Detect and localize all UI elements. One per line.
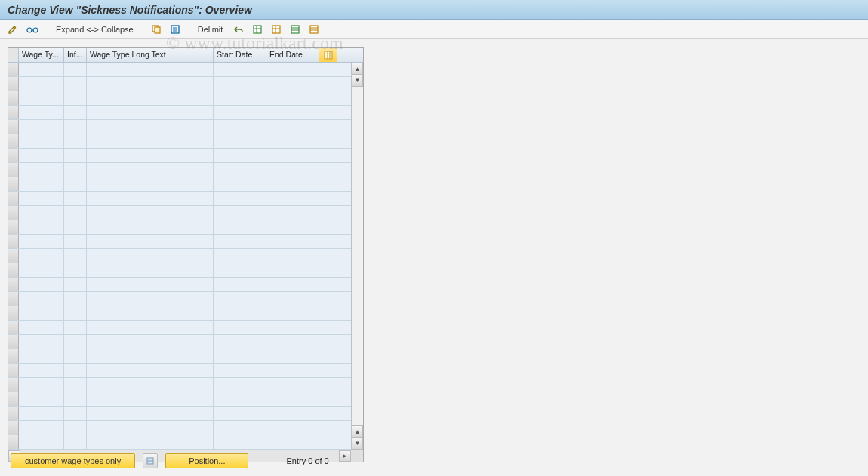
row-selector[interactable] [8,206,19,220]
cell-wage-type[interactable] [19,249,64,263]
cell-wage-type[interactable] [19,192,64,205]
row-selector[interactable] [8,220,19,234]
row-selector[interactable] [8,421,19,435]
cell-end-date[interactable] [266,77,319,91]
cell-long-text[interactable] [87,235,214,248]
table-row[interactable] [8,177,351,192]
delimit-button[interactable]: Delimit [192,22,229,37]
cell-long-text[interactable] [87,149,214,162]
cell-end-date[interactable] [266,163,319,177]
table-row[interactable] [8,435,351,450]
cell-long-text[interactable] [87,134,214,148]
cell-inf[interactable] [64,407,87,420]
cell-long-text[interactable] [87,77,214,91]
cell-wage-type[interactable] [19,278,64,291]
cell-inf[interactable] [64,435,87,449]
cell-long-text[interactable] [87,335,214,349]
cell-wage-type[interactable] [19,421,64,435]
cell-inf[interactable] [64,63,87,76]
copy-icon[interactable] [148,22,165,37]
cell-inf[interactable] [64,134,87,148]
table-row[interactable] [8,63,351,77]
cell-start-date[interactable] [214,407,266,420]
cell-start-date[interactable] [214,349,266,363]
cell-inf[interactable] [64,421,87,435]
cell-inf[interactable] [64,206,87,220]
table-row[interactable] [8,292,351,306]
select-all-header[interactable] [8,48,19,62]
configure-columns-icon[interactable] [319,48,337,62]
cell-end-date[interactable] [266,220,319,234]
table-icon-4[interactable] [306,22,322,37]
table-row[interactable] [8,407,351,421]
table-row[interactable] [8,349,351,364]
cell-long-text[interactable] [87,292,214,306]
cell-start-date[interactable] [214,364,266,377]
col-long-text[interactable]: Wage Type Long Text [87,48,214,62]
cell-wage-type[interactable] [19,349,64,363]
table-row[interactable] [8,106,351,120]
expand-collapse-button[interactable]: Expand <-> Collapse [51,22,139,37]
cell-wage-type[interactable] [19,235,64,248]
cell-wage-type[interactable] [19,206,64,220]
cell-end-date[interactable] [266,192,319,205]
cell-long-text[interactable] [87,249,214,263]
cell-end-date[interactable] [266,249,319,263]
cell-start-date[interactable] [214,335,266,349]
table-row[interactable] [8,321,351,335]
table-row[interactable] [8,149,351,163]
row-selector[interactable] [8,120,19,134]
cell-inf[interactable] [64,378,87,392]
cell-long-text[interactable] [87,163,214,177]
cell-start-date[interactable] [214,421,266,435]
cell-end-date[interactable] [266,120,319,134]
cell-inf[interactable] [64,392,87,406]
cell-wage-type[interactable] [19,407,64,420]
cell-end-date[interactable] [266,421,319,435]
table-row[interactable] [8,163,351,177]
cell-start-date[interactable] [214,134,266,148]
cell-long-text[interactable] [87,192,214,205]
cell-wage-type[interactable] [19,220,64,234]
cell-end-date[interactable] [266,91,319,105]
cell-inf[interactable] [64,278,87,291]
col-end-date[interactable]: End Date [266,48,319,62]
cell-inf[interactable] [64,292,87,306]
cell-end-date[interactable] [266,378,319,392]
cell-long-text[interactable] [87,407,214,420]
cell-long-text[interactable] [87,349,214,363]
cell-inf[interactable] [64,263,87,277]
cell-inf[interactable] [64,306,87,320]
cell-end-date[interactable] [266,206,319,220]
table-row[interactable] [8,206,351,220]
cell-inf[interactable] [64,163,87,177]
cell-wage-type[interactable] [19,321,64,334]
cell-start-date[interactable] [214,220,266,234]
row-selector[interactable] [8,249,19,263]
scroll-down-bottom-icon[interactable]: ▼ [352,438,363,450]
cell-inf[interactable] [64,364,87,377]
scroll-up-icon[interactable]: ▲ [352,63,363,75]
cell-end-date[interactable] [266,134,319,148]
cell-end-date[interactable] [266,263,319,277]
cell-wage-type[interactable] [19,263,64,277]
table-row[interactable] [8,192,351,206]
col-inf[interactable]: Inf... [64,48,87,62]
cell-long-text[interactable] [87,177,214,191]
position-button[interactable]: Position... [165,453,248,468]
row-selector[interactable] [8,91,19,105]
table-row[interactable] [8,91,351,106]
cell-inf[interactable] [64,77,87,91]
cell-inf[interactable] [64,249,87,263]
cell-wage-type[interactable] [19,91,64,105]
cell-start-date[interactable] [214,306,266,320]
cell-inf[interactable] [64,106,87,119]
cell-end-date[interactable] [266,177,319,191]
cell-long-text[interactable] [87,421,214,435]
edit-icon[interactable] [5,22,21,37]
position-icon-button[interactable] [143,453,158,468]
cell-inf[interactable] [64,192,87,205]
cell-start-date[interactable] [214,163,266,177]
table-row[interactable] [8,249,351,263]
cell-inf[interactable] [64,120,87,134]
